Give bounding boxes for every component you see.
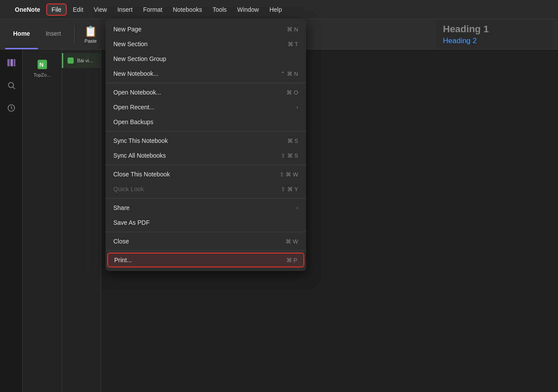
menu-item-quick-look-label: Quick Look [113,186,144,193]
menu-item-share-arrow: › [296,205,298,211]
svg-text:N: N [39,61,43,68]
toolbar-tabs: Home Insert [5,19,69,49]
file-dropdown-menu: New Page ⌘ N New Section ⌘ T New Section… [105,19,306,271]
menu-item-open-recent-label: Open Recent... [113,104,154,111]
menu-item-new-section[interactable]: New Section ⌘ T [105,37,306,51]
menu-item-open-notebook[interactable]: Open Notebook... ⌘ O [105,85,306,100]
svg-line-4 [13,87,15,89]
menubar-item-insert[interactable]: Insert [113,4,137,15]
menu-sep-4 [105,198,306,199]
menu-item-sync-all-label: Sync All Notebooks [113,152,166,159]
menu-item-new-section-group[interactable]: New Section Group [105,51,306,66]
notebook-topzone-icon: N [36,58,48,71]
menu-item-close-label: Close [113,238,129,245]
paste-button[interactable]: 📋 Paste [80,24,102,45]
menu-sep-3 [105,165,306,165]
menu-sep-6 [105,250,306,251]
menubar: OneNote File Edit View Insert Format Not… [0,0,558,19]
menubar-item-file[interactable]: File [46,3,67,16]
tab-home[interactable]: Home [5,19,38,49]
menu-item-share[interactable]: Share › [105,200,306,215]
menubar-item-help[interactable]: Help [265,4,286,15]
menu-item-open-recent-arrow: › [296,104,298,110]
notebook-topzone-label: TopZo... [27,72,58,78]
menu-item-new-section-shortcut: ⌘ T [288,41,298,47]
menu-item-open-backups-label: Open Backups [113,118,153,125]
sidebar-icon-recent[interactable] [3,100,19,116]
menu-item-close-notebook[interactable]: Close This Notebook ⇧ ⌘ W [105,167,306,182]
menu-item-close-shortcut: ⌘ W [286,238,298,245]
heading1-style[interactable]: Heading 1 [443,24,546,35]
menu-item-sync-this-label: Sync This Notebook [113,137,168,144]
menu-item-new-page-shortcut: ⌘ N [287,26,298,33]
menu-sep-1 [105,83,306,83]
svg-rect-0 [7,59,10,67]
menu-item-quick-look-shortcut: ⇧ ⌘ Y [281,186,298,193]
section-label: Bài vi... [77,58,93,63]
paste-icon: 📋 [84,25,97,37]
svg-point-3 [8,82,14,88]
menu-item-new-page-label: New Page [113,26,142,33]
sidebar-icon-search[interactable] [3,78,19,93]
menubar-item-edit[interactable]: Edit [68,4,88,15]
menu-item-new-notebook[interactable]: New Notebook... ⌃ ⌘ N [105,66,306,81]
section-dot [68,57,74,64]
heading2-style[interactable]: Heading 2 [443,37,546,45]
menubar-item-tools[interactable]: Tools [208,4,231,15]
menu-item-close-notebook-shortcut: ⇧ ⌘ W [279,171,299,178]
menu-item-new-section-label: New Section [113,41,148,47]
menu-item-new-section-group-label: New Section Group [113,55,166,62]
menu-item-sync-this-shortcut: ⌘ S [287,138,298,144]
menu-item-sync-all-shortcut: ⇧ ⌘ S [281,152,298,159]
menu-item-open-backups[interactable]: Open Backups [105,115,306,129]
menubar-item-window[interactable]: Window [233,4,263,15]
menu-item-open-notebook-shortcut: ⌘ O [286,89,298,96]
menu-item-save-as-pdf[interactable]: Save As PDF [105,215,306,230]
menu-item-print-label: Print... [114,257,132,264]
menu-sep-2 [105,131,306,132]
menu-item-print-shortcut: ⌘ P [286,257,297,264]
menu-item-share-label: Share [113,204,129,211]
menubar-item-view[interactable]: View [89,4,111,15]
menu-item-sync-all[interactable]: Sync All Notebooks ⇧ ⌘ S [105,148,306,163]
menu-sep-5 [105,232,306,232]
menu-item-print[interactable]: Print... ⌘ P [107,253,304,267]
heading-styles-panel: Heading 1 Heading 2 [436,20,553,49]
menu-item-sync-this[interactable]: Sync This Notebook ⌘ S [105,133,306,148]
section-panel: Bài vi... [62,50,101,392]
notebook-sidebar: N TopZo... [23,50,62,392]
menu-item-save-as-pdf-label: Save As PDF [113,219,150,226]
sidebar-left [0,50,23,392]
menu-item-open-recent[interactable]: Open Recent... › [105,100,306,115]
toolbar-sep-1 [74,26,75,43]
menubar-item-format[interactable]: Format [139,4,167,15]
menubar-item-onenote[interactable]: OneNote [10,4,44,15]
menubar-item-notebooks[interactable]: Notebooks [168,4,206,15]
notebook-item-topzone[interactable]: N TopZo... [23,54,61,82]
menu-item-quick-look: Quick Look ⇧ ⌘ Y [105,182,306,196]
sidebar-icon-notebooks[interactable] [3,55,19,71]
menu-item-open-notebook-label: Open Notebook... [113,89,161,96]
svg-rect-2 [14,59,15,67]
menu-item-close-notebook-label: Close This Notebook [113,171,170,178]
tab-insert[interactable]: Insert [38,19,69,49]
section-item-bai-viet[interactable]: Bài vi... [62,53,101,68]
menu-item-new-notebook-label: New Notebook... [113,70,159,77]
paste-label: Paste [85,38,97,44]
svg-rect-1 [10,59,13,67]
menu-item-close[interactable]: Close ⌘ W [105,234,306,249]
menu-item-new-notebook-shortcut: ⌃ ⌘ N [280,71,298,77]
menu-item-new-page[interactable]: New Page ⌘ N [105,22,306,37]
